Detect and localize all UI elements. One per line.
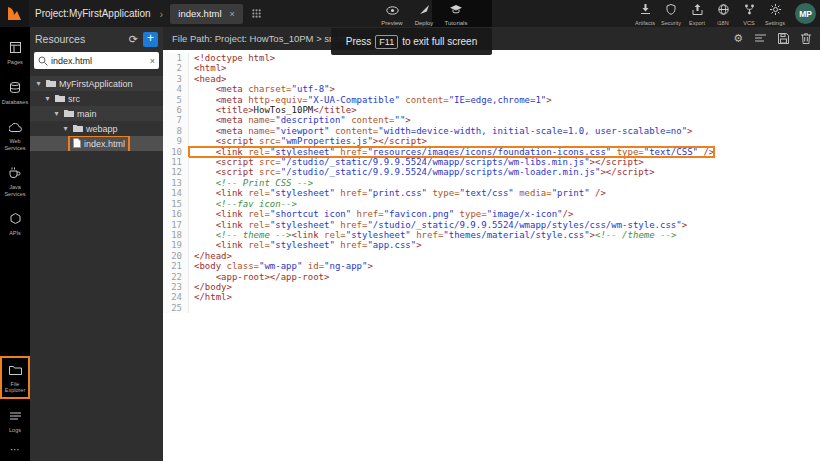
web-services-label: Web Services [1,138,29,151]
search-input[interactable] [51,56,147,66]
sidebar-item-file-explorer[interactable]: File Explorer [1,357,29,398]
code-line[interactable]: 9 <script src="wmProperties.js"></script… [163,136,820,146]
tree-node-label: MyFirstApplication [59,79,133,89]
code-line[interactable]: 5 <meta http-equiv="X-UA-Compatible" con… [163,95,820,105]
code-line[interactable]: 25 [163,303,820,313]
clear-search-icon[interactable]: × [150,56,155,66]
tree-row[interactable]: ▾webapp [30,121,163,136]
fullscreen-tooltip: Press F11 to exit full screen [331,28,492,55]
settings-button[interactable]: Settings [762,0,788,27]
preview-button[interactable]: Preview [377,0,407,27]
editor-settings-icon[interactable]: ⚙ [733,32,743,45]
code-line-content: </html> [189,292,232,302]
code-line-content: <!doctype html> [189,53,275,63]
vcs-button[interactable]: VCS [736,0,762,27]
more-icon[interactable]: ⋯ [10,442,20,457]
code-line[interactable]: 10 <link rel="stylesheet" href="resource… [163,147,820,157]
line-number: 12 [163,167,189,177]
avatar[interactable]: MP [795,3,816,24]
format-icon[interactable] [755,34,766,43]
resources-title: Resources [35,33,124,45]
tree-node: main [61,108,100,120]
code-line[interactable]: 7 <meta name="description" content=""> [163,115,820,125]
i18n-button[interactable]: i18N [710,0,736,27]
tutorials-button[interactable]: Tutorials [441,0,471,27]
left-rail-bottom-group: File ExplorerLogs [1,357,29,443]
preview-icon [386,1,399,19]
code-editor[interactable]: 1<!doctype html>2<html>3<head>4 <meta ch… [163,50,820,461]
line-number: 23 [163,282,189,292]
code-line[interactable]: 12 <script src="/studio/_static/9.9.9.55… [163,167,820,177]
code-line[interactable]: 2<html> [163,63,820,73]
file-tree: ▾MyFirstApplication▾src▾main▾webappindex… [30,76,163,151]
code-line-content: <script src="/studio/_static/9.9.9.5524/… [189,157,644,167]
line-number: 15 [163,199,189,209]
chevron-right-icon[interactable]: › [160,8,164,20]
code-line[interactable]: 3<head> [163,74,820,84]
caret-down-icon[interactable]: ▾ [61,124,70,133]
tab-index-html[interactable]: index.html × [170,4,243,24]
folder-icon [64,109,74,119]
line-number: 24 [163,292,189,302]
code-line[interactable]: 22 <app-root></app-root> [163,272,820,282]
tutorials-icon [450,1,462,19]
code-line[interactable]: 24</html> [163,292,820,302]
code-line-content: <!-- theme --><link rel="stylesheet" hre… [189,230,676,240]
code-line[interactable]: 19 <link rel="stylesheet" href="app.css"… [163,240,820,250]
code-line[interactable]: 8 <meta name="viewport" content="width=d… [163,126,820,136]
add-resource-button[interactable]: + [143,32,158,47]
code-line[interactable]: 17 <link rel="stylesheet" href="/studio/… [163,220,820,230]
code-line[interactable]: 13 <!-- Print CSS --> [163,178,820,188]
sidebar-item-java-services[interactable]: Java Services [1,160,29,201]
code-line-content: <body class="wm-app" id="ng-app"> [189,261,373,271]
code-line[interactable]: 15 <!--fav icon--> [163,199,820,209]
code-line[interactable]: 6 <title>HowTos_10PM</title> [163,105,820,115]
settings-icon [770,1,781,19]
code-line-content: <!-- Print CSS --> [189,178,313,188]
code-line[interactable]: 21<body class="wm-app" id="ng-app"> [163,261,820,271]
caret-down-icon[interactable]: ▾ [43,94,52,103]
artifacts-button[interactable]: Artifacts [632,0,658,27]
resource-search: × [34,52,159,69]
delete-icon[interactable] [801,33,811,44]
code-line[interactable]: 11 <script src="/studio/_static/9.9.9.55… [163,157,820,167]
artifacts-icon [640,1,651,19]
topbar-actions: PreviewDeployTutorials [377,0,471,27]
tree-row[interactable]: ▾src [30,91,163,106]
code-line[interactable]: 1<!doctype html> [163,53,820,63]
tree-node-label: index.html [84,139,125,149]
refresh-icon[interactable]: ⟳ [129,33,138,46]
caret-down-icon[interactable]: ▾ [34,79,43,88]
sidebar-item-pages[interactable]: Pages [1,35,29,70]
save-icon[interactable] [778,33,789,44]
security-button[interactable]: Security [658,0,684,27]
code-line[interactable]: 4 <meta charset="utf-8"> [163,84,820,94]
line-number: 10 [163,147,189,157]
line-number: 6 [163,105,189,115]
deploy-button[interactable]: Deploy [409,0,439,27]
preview-label: Preview [381,20,402,26]
tree-row[interactable]: ▾MyFirstApplication [30,76,163,91]
code-line-content: <meta name="viewport" content="width=dev… [189,126,693,136]
close-icon[interactable]: × [230,9,235,19]
app-logo-icon[interactable] [0,0,29,27]
code-line[interactable]: 18 <!-- theme --><link rel="stylesheet" … [163,230,820,240]
sidebar-item-apis[interactable]: APIs [1,206,29,241]
vcs-icon [744,1,755,19]
sidebar-item-web-services[interactable]: Web Services [1,114,29,155]
deploy-label: Deploy [415,20,434,26]
f11-key: F11 [375,35,398,49]
export-icon [692,1,703,19]
tree-row[interactable]: ▾main [30,106,163,121]
sidebar-item-logs[interactable]: Logs [1,403,29,438]
layout-grid-icon[interactable] [252,9,261,18]
code-line[interactable]: 14 <link rel="stylesheet" href="print.cs… [163,188,820,198]
code-line[interactable]: 23</body> [163,282,820,292]
code-line[interactable]: 20</head> [163,251,820,261]
sidebar-item-databases[interactable]: Databases [1,75,29,110]
code-line[interactable]: 16 <link rel="shortcut icon" href="favic… [163,209,820,219]
tree-row[interactable]: index.html [30,136,163,151]
export-button[interactable]: Export [684,0,710,27]
code-line-content: <link rel="stylesheet" href="/studio/_st… [189,220,687,230]
caret-down-icon[interactable]: ▾ [52,109,61,118]
